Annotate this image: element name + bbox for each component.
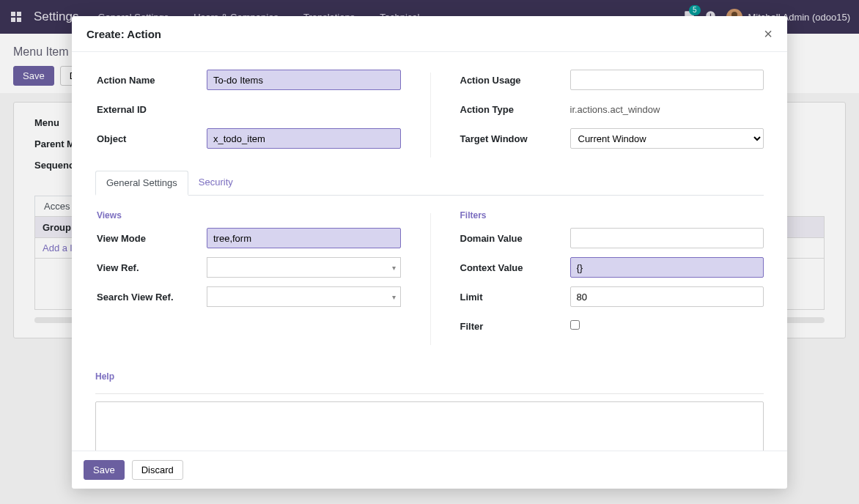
create-action-modal: Create: Action × Action Name External ID… <box>72 16 787 489</box>
action-usage-input[interactable] <box>570 70 764 90</box>
view-mode-input[interactable] <box>207 228 401 248</box>
object-input[interactable] <box>207 128 401 149</box>
label-view-ref: View Ref. <box>97 262 207 273</box>
filters-column: Filters Domain Value Context Value Limit… <box>460 210 764 345</box>
column-divider <box>430 213 431 345</box>
help-textarea[interactable] <box>95 401 764 451</box>
target-window-select[interactable]: Current Window <box>570 128 764 149</box>
chevron-down-icon: ▾ <box>392 293 396 301</box>
label-action-type: Action Type <box>460 104 570 115</box>
label-view-mode: View Mode <box>97 233 207 244</box>
label-action-name: Action Name <box>97 75 207 86</box>
chevron-down-icon: ▾ <box>392 264 396 272</box>
label-limit: Limit <box>460 292 570 303</box>
section-filters: Filters <box>460 210 764 220</box>
modal-title: Create: Action <box>86 28 161 40</box>
context-value-input[interactable] <box>570 257 764 278</box>
domain-value-input[interactable] <box>570 228 764 248</box>
label-target-window: Target Window <box>460 133 570 144</box>
limit-input[interactable] <box>570 286 764 307</box>
close-icon[interactable]: × <box>764 26 773 41</box>
view-ref-select[interactable]: ▾ <box>207 257 401 278</box>
tab-security[interactable]: Security <box>188 171 243 195</box>
tabs: General Settings Security <box>95 171 764 196</box>
label-object: Object <box>97 133 207 144</box>
action-type-value: ir.actions.act_window <box>570 101 764 118</box>
right-column: Action Usage Action Type ir.actions.act_… <box>460 70 764 158</box>
column-divider <box>430 73 431 158</box>
label-external-id: External ID <box>97 104 207 115</box>
left-column: Action Name External ID Object <box>97 70 401 158</box>
label-filter: Filter <box>460 321 570 332</box>
action-name-input[interactable] <box>207 70 401 90</box>
views-column: Views View Mode View Ref. ▾ Search View … <box>97 210 401 345</box>
label-context-value: Context Value <box>460 262 570 273</box>
modal-header: Create: Action × <box>72 16 787 52</box>
label-search-view-ref: Search View Ref. <box>97 292 207 303</box>
modal-body: Action Name External ID Object Action Us… <box>72 52 787 451</box>
modal-footer: Save Discard <box>72 451 787 489</box>
section-help: Help <box>95 371 764 382</box>
tab-general-settings[interactable]: General Settings <box>95 171 188 196</box>
label-domain-value: Domain Value <box>460 233 570 244</box>
section-views: Views <box>97 210 401 220</box>
modal-discard-button[interactable]: Discard <box>132 460 183 480</box>
label-action-usage: Action Usage <box>460 75 570 86</box>
search-view-ref-select[interactable]: ▾ <box>207 286 401 307</box>
modal-save-button[interactable]: Save <box>84 460 125 480</box>
filter-checkbox[interactable] <box>570 320 580 330</box>
